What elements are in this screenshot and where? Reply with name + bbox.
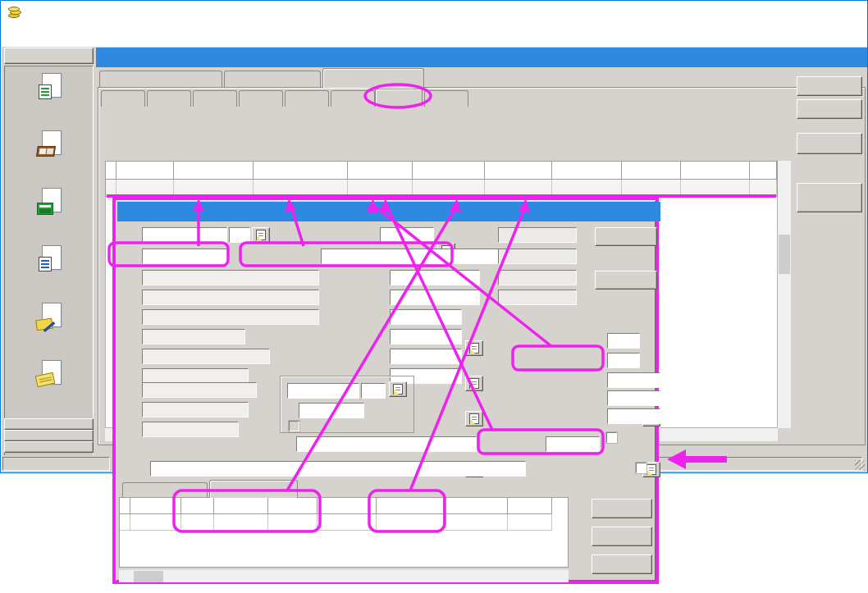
odpocet-plne-checkbox[interactable] — [606, 432, 617, 443]
tab-vstupni-udaje[interactable] — [224, 71, 321, 88]
ok-button[interactable] — [797, 76, 862, 96]
nacist-data-button[interactable] — [797, 133, 862, 154]
datum-zarazeni-field[interactable] — [607, 372, 660, 388]
psc-field[interactable] — [142, 329, 245, 344]
tab-kontrolni-hlaseni[interactable] — [322, 68, 424, 88]
menu-pomoc[interactable] — [99, 34, 116, 39]
col-header[interactable] — [116, 162, 174, 180]
ic-field[interactable] — [142, 227, 227, 243]
subtab-cast-a4[interactable] — [239, 90, 283, 107]
kh-leasing-checkbox[interactable] — [636, 463, 646, 473]
menu-udrzba-dat[interactable] — [50, 34, 66, 39]
banka-field[interactable] — [142, 382, 257, 398]
subtab-cast-b1[interactable] — [331, 90, 375, 107]
menu-okno[interactable] — [83, 34, 99, 39]
col-header[interactable] — [348, 162, 413, 180]
firma-field[interactable] — [142, 270, 319, 285]
elektronicke-podani-button[interactable] — [797, 183, 862, 212]
col-header[interactable] — [681, 162, 750, 180]
scroll-thumb[interactable] — [779, 235, 790, 274]
menu-konec[interactable] — [116, 34, 132, 39]
subtab-cast-b3[interactable] — [424, 90, 468, 107]
kurz-field[interactable] — [287, 383, 359, 399]
vertical-scrollbar[interactable] — [778, 161, 791, 428]
scroll-left-arrow[interactable] — [119, 570, 132, 583]
table-row[interactable] — [106, 180, 777, 197]
sidebar-item-dph[interactable] — [5, 73, 93, 103]
typ-dokladu-field[interactable] — [607, 333, 640, 349]
rozpocitat-checkbox[interactable] — [289, 421, 299, 431]
dic-field[interactable] — [142, 249, 227, 264]
dialog-tab-rozsirene[interactable] — [122, 482, 208, 498]
dialog-ok-button[interactable] — [595, 227, 657, 246]
col-header[interactable] — [214, 498, 268, 514]
smazat-button[interactable] — [592, 554, 652, 574]
sidebar-header-denik-adresy[interactable] — [4, 48, 94, 64]
col-header[interactable] — [181, 498, 214, 514]
subtab-cast-b2[interactable] — [375, 89, 423, 107]
sidebar-item-pokladni-kniha[interactable] — [5, 188, 93, 217]
ucet-field[interactable] — [142, 402, 249, 417]
ic-suffix-field[interactable] — [229, 227, 250, 243]
scroll-right-arrow[interactable] — [765, 428, 778, 441]
dialog-tab-rozpis-dph[interactable] — [209, 480, 298, 498]
kon-symbol-field[interactable] — [390, 309, 462, 325]
minimize-button[interactable] — [739, 2, 775, 25]
var-symbol-field[interactable] — [390, 270, 480, 285]
stredis-lookup-button[interactable] — [465, 411, 483, 427]
ic-lookup-button[interactable] — [252, 227, 270, 243]
cislo-zavazku-field[interactable] — [380, 227, 434, 243]
col-header[interactable] — [174, 162, 254, 180]
maximize-button[interactable] — [784, 2, 820, 25]
opravit-button[interactable] — [592, 527, 652, 546]
sidebar-item-prikazy-k-uhrade[interactable] — [5, 303, 93, 332]
kurz-czk-field[interactable] — [299, 403, 364, 418]
col-header[interactable] — [377, 498, 444, 514]
sidebar-item-ucetni-denik[interactable] — [5, 130, 93, 160]
c-zdroj-field[interactable] — [296, 436, 477, 452]
col-header[interactable] — [485, 162, 552, 180]
mesto-field[interactable] — [142, 309, 319, 325]
sidebar-button-sklad[interactable] — [4, 441, 94, 453]
scroll-down-arrow[interactable] — [778, 415, 791, 428]
menu-program[interactable] — [1, 34, 17, 39]
col-header[interactable] — [318, 498, 377, 514]
text-field[interactable] — [150, 461, 526, 477]
subtab-cast-a5[interactable] — [285, 90, 329, 107]
sidebar-item-adresy[interactable] — [5, 360, 93, 390]
tab-zakladni-informace[interactable] — [99, 71, 222, 88]
col-header[interactable] — [508, 498, 552, 514]
kon-symbol-lookup-button[interactable] — [465, 340, 483, 356]
close-button[interactable] — [830, 2, 866, 25]
col-header[interactable] — [413, 162, 485, 180]
menu-nastaveni[interactable] — [66, 34, 83, 39]
sidebar-button-pomocne-knihy[interactable] — [4, 430, 94, 441]
kurz-mena-field[interactable] — [361, 383, 386, 399]
col-header[interactable] — [622, 162, 681, 180]
datum-splatnosti-field[interactable] — [607, 390, 660, 406]
puv-c-dokl-field[interactable] — [321, 249, 514, 264]
subtab-cast-a2[interactable] — [147, 90, 191, 107]
sidebar-button-faktury[interactable] — [4, 418, 94, 430]
col-header[interactable] — [444, 498, 508, 514]
typ-dph-field[interactable] — [607, 353, 640, 368]
resize-grip[interactable] — [855, 460, 865, 470]
menu-analyzy[interactable] — [34, 34, 50, 39]
col-header[interactable] — [552, 162, 623, 180]
col-header[interactable] — [130, 498, 181, 514]
typ-lookup-button[interactable] — [465, 376, 483, 391]
col-header[interactable] — [268, 498, 318, 514]
kurz-lookup-button[interactable] — [389, 381, 407, 397]
typ-field[interactable] — [390, 329, 462, 344]
storno-button[interactable] — [797, 99, 862, 119]
kod-field[interactable] — [142, 422, 239, 437]
subtab-cast-a1[interactable] — [101, 90, 145, 107]
dialog-storno-button[interactable] — [595, 271, 657, 290]
vat-table-row[interactable] — [120, 514, 568, 531]
odpocet-dane-field[interactable] — [607, 408, 660, 424]
dialog-horizontal-scrollbar[interactable] — [119, 569, 569, 582]
spec-symbol-field[interactable] — [390, 290, 480, 305]
dat-dodani-field[interactable] — [546, 436, 600, 452]
scroll-thumb[interactable] — [134, 571, 163, 582]
sidebar-item-bankovni-vypisy[interactable] — [5, 245, 93, 275]
